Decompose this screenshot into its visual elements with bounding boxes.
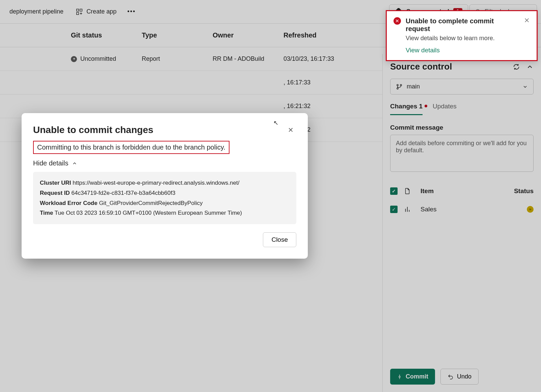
uncommitted-icon: ✦ — [71, 56, 77, 62]
modal-reason: Committing to this branch is forbidden d… — [33, 141, 229, 154]
file-icon — [404, 187, 411, 195]
deployment-pipeline-label: deployment pipeline — [9, 8, 63, 15]
items-head-item: Item — [421, 187, 510, 195]
error-modal: Unable to commit changes ✕ Committing to… — [22, 113, 308, 259]
chevron-down-icon — [522, 84, 528, 89]
cell-refreshed: , 16:17:33 — [283, 79, 354, 86]
branch-name: main — [407, 83, 420, 90]
chevron-up-icon — [72, 161, 77, 166]
svg-point-7 — [397, 84, 398, 85]
create-app-link[interactable]: Create app — [70, 5, 122, 18]
cell-refreshed: 03/10/23, 16:17:33 — [283, 55, 354, 62]
deployment-pipeline-link[interactable]: deployment pipeline — [4, 5, 69, 18]
commit-icon — [397, 374, 402, 380]
svg-rect-2 — [77, 12, 79, 14]
item-checkbox[interactable]: ✓ — [390, 206, 398, 213]
tab-updates[interactable]: Updates — [433, 103, 457, 115]
panel-title: Source control — [390, 61, 452, 72]
cell-owner: RR DM - ADOBuild — [213, 55, 283, 62]
chevron-up-icon[interactable] — [526, 63, 534, 71]
more-menu-button[interactable]: ••• — [123, 5, 140, 18]
items-head-status: Status — [510, 187, 534, 195]
error-icon: ✕ — [394, 17, 401, 25]
hide-details-toggle[interactable]: Hide details — [33, 159, 296, 167]
commit-button[interactable]: Commit — [390, 369, 435, 385]
branch-selector[interactable]: main — [390, 79, 534, 95]
toast-message: View details below to learn more. — [406, 35, 519, 42]
modal-title: Unable to commit changes — [33, 125, 153, 135]
cell-type: Report — [142, 55, 213, 62]
branch-icon — [396, 83, 403, 90]
tab-changes[interactable]: Changes 1 — [390, 103, 423, 115]
undo-button[interactable]: Undo — [440, 369, 479, 385]
svg-rect-1 — [80, 9, 82, 11]
commit-message-label: Commit message — [390, 124, 534, 131]
col-git-status: Git status — [71, 31, 142, 39]
details-box: Cluster URI https://wabi-west-europe-e-p… — [33, 172, 296, 224]
create-app-label: Create app — [86, 8, 116, 15]
svg-point-10 — [399, 376, 400, 377]
col-refreshed: Refreshed — [283, 31, 354, 39]
svg-point-8 — [397, 87, 398, 89]
commit-message-input[interactable]: Add details before commiting or we'll ad… — [390, 135, 534, 172]
col-type: Type — [142, 31, 213, 39]
col-owner: Owner — [213, 31, 283, 39]
modal-close-button[interactable]: Close — [263, 232, 296, 247]
undo-icon — [448, 374, 454, 380]
modal-close-x[interactable]: ✕ — [285, 125, 296, 135]
cell-refreshed: , 16:21:32 — [283, 103, 354, 110]
svg-rect-0 — [77, 9, 79, 11]
cell-git-status: Uncommitted — [80, 55, 116, 62]
item-row[interactable]: ✓ Sales ≈ — [390, 200, 534, 218]
item-name: Sales — [421, 206, 510, 213]
svg-point-9 — [400, 84, 402, 85]
source-control-panel: Source control main Changes 1 Updates Co… — [382, 54, 541, 392]
status-modified-icon: ≈ — [527, 206, 534, 213]
close-icon — [524, 17, 530, 23]
select-all-checkbox[interactable]: ✓ — [390, 187, 398, 195]
error-toast: ✕ Unable to complete commit request View… — [386, 10, 538, 61]
toast-view-details-link[interactable]: View details — [406, 47, 519, 54]
refresh-icon[interactable] — [513, 63, 520, 71]
chart-icon — [404, 206, 411, 213]
toast-title: Unable to complete commit request — [406, 17, 519, 33]
items-header: ✓ Item Status — [390, 182, 534, 200]
apps-icon — [76, 8, 83, 16]
toast-close-button[interactable] — [524, 17, 530, 24]
